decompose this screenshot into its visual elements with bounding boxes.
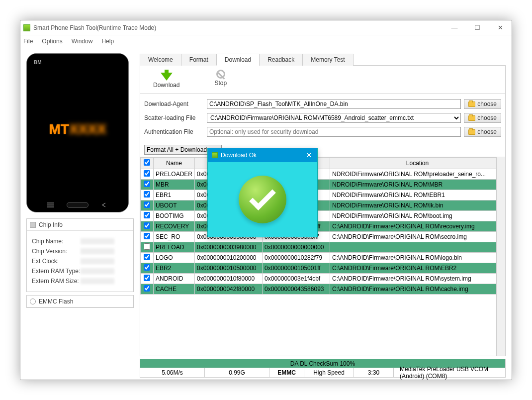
tab-welcome[interactable]: Welcome <box>140 54 181 66</box>
partition-table: Name Be Location PRELOADER0x000NDROID\Fi… <box>140 157 506 356</box>
ext-clock-label: Ext Clock: <box>32 258 81 265</box>
cell-end: 0x00000000105001ff <box>263 263 330 274</box>
stop-button[interactable]: Stop <box>214 70 227 89</box>
extern-ram-size-label: Extern RAM Size: <box>32 278 81 285</box>
home-icon <box>67 202 89 208</box>
auth-choose-button[interactable]: choose <box>464 127 501 137</box>
cell-name: UBOOT <box>154 200 195 211</box>
row-checkbox[interactable] <box>144 212 150 218</box>
cell-begin: 0x0000000010500000 <box>195 263 263 274</box>
auth-label: Authentication File <box>144 128 204 135</box>
table-row[interactable]: ANDROID0x0000000010f800000x000000003e1f4… <box>141 274 505 284</box>
col-name[interactable]: Name <box>154 158 195 169</box>
tabs: Welcome Format Download Readback Memory … <box>140 53 506 66</box>
cell-name: SEC_RO <box>154 232 195 242</box>
cell-name: EBR2 <box>154 263 195 274</box>
chip-name-label: Chip Name: <box>32 238 81 245</box>
status-device: MediaTek PreLoader USB VCOM (Android) (C… <box>394 368 505 377</box>
menu-window[interactable]: Window <box>72 38 93 45</box>
cell-location: NDROID\Firmware\ORIGINAL ROM\lk.bin <box>330 200 505 211</box>
row-checkbox[interactable] <box>144 170 150 177</box>
extern-ram-type-label: Extern RAM Type: <box>32 268 81 275</box>
scrollbar[interactable] <box>496 157 505 356</box>
app-window: Smart Phone Flash Tool(Runtime Trace Mod… <box>20 20 512 380</box>
ext-clock-value <box>81 258 114 264</box>
scatter-choose-button[interactable]: choose <box>464 113 501 123</box>
da-input[interactable] <box>207 99 461 109</box>
table-row[interactable]: EBR10x000NDROID\Firmware\ORIGINAL ROM\EB… <box>141 190 505 200</box>
da-choose-button[interactable]: choose <box>464 99 501 109</box>
cell-begin: 0x0000000042f80000 <box>195 284 263 295</box>
row-checkbox[interactable] <box>144 222 150 229</box>
cell-end: 0x0000000010282f79 <box>263 253 330 263</box>
chip-info-title: Chip Info <box>39 221 63 228</box>
row-checkbox[interactable] <box>144 191 150 198</box>
chip-icon <box>30 222 36 228</box>
chip-name-value <box>81 238 114 244</box>
check-all[interactable] <box>144 159 150 166</box>
auth-input[interactable] <box>207 127 461 137</box>
dialog-close-button[interactable]: ✕ <box>304 151 313 160</box>
menubar: File Options Window Help <box>20 35 512 47</box>
cell-location: C:\ANDROID\Firmware\ORIGINAL ROM\system.… <box>330 274 505 284</box>
extern-ram-size-value <box>81 278 114 284</box>
menu-help[interactable]: Help <box>101 38 114 45</box>
row-checkbox[interactable] <box>144 275 150 281</box>
menu-file[interactable]: File <box>23 38 33 45</box>
close-button[interactable]: ✕ <box>489 20 512 35</box>
tab-readback[interactable]: Readback <box>259 54 303 66</box>
table-row[interactable]: LOGO0x00000000102000000x0000000010282f79… <box>141 253 505 263</box>
row-checkbox[interactable] <box>144 264 150 271</box>
table-row[interactable]: RECOVERY0x0000000002d800000x000000000324… <box>141 221 505 232</box>
cell-location: C:\ANDROID\Firmware\ORIGINAL ROM\cache.i… <box>330 284 505 295</box>
status-elapsed: 3:30 <box>354 368 394 377</box>
dialog-title: Download Ok <box>221 152 257 159</box>
row-checkbox[interactable] <box>144 201 150 208</box>
table-row[interactable]: PRELOAD0x00000000039800000x0000000000000… <box>141 242 505 253</box>
cell-begin: 0x0000000010f80000 <box>195 274 263 284</box>
download-button[interactable]: Download <box>153 70 179 89</box>
table-row[interactable]: MBR0x000NDROID\Firmware\ORIGINAL ROM\MBR <box>141 180 505 190</box>
folder-icon <box>468 129 475 135</box>
cell-end: 0x000000003e1f4cbf <box>263 274 330 284</box>
titlebar: Smart Phone Flash Tool(Runtime Trace Mod… <box>20 20 512 35</box>
table-row[interactable]: SEC_RO0x00000000033800000x00000000033a0f… <box>141 232 505 242</box>
status-size: 0.99G <box>205 368 269 377</box>
row-checkbox[interactable] <box>144 181 150 187</box>
folder-icon <box>468 101 475 107</box>
minimize-button[interactable]: — <box>443 20 466 35</box>
row-checkbox[interactable] <box>144 285 150 292</box>
scatter-input[interactable]: C:\ANDROID\Firmware\ORIGINAL ROM\MT6589_… <box>207 113 461 123</box>
chip-version-label: Chip Version: <box>32 248 81 255</box>
cell-location: C:\ANDROID\Firmware\ORIGINAL ROM\EBR2 <box>330 263 505 274</box>
table-row[interactable]: CACHE0x0000000042f800000x000000004358609… <box>141 284 505 295</box>
cell-location: C:\ANDROID\Firmware\ORIGINAL ROM\recover… <box>330 221 505 232</box>
app-icon <box>23 24 30 31</box>
cell-name: PRELOADER <box>154 169 195 180</box>
emmc-flash-title: EMMC Flash <box>39 298 73 305</box>
table-row[interactable]: UBOOT0x000NDROID\Firmware\ORIGINAL ROM\l… <box>141 200 505 211</box>
tab-download[interactable]: Download <box>216 54 260 66</box>
cell-name: RECOVERY <box>154 221 195 232</box>
gear-icon <box>30 299 36 304</box>
chip-info-panel: Chip Info Chip Name: Chip Version: Ext C… <box>26 218 134 292</box>
success-icon <box>239 176 286 223</box>
row-checkbox[interactable] <box>144 254 150 260</box>
table-row[interactable]: PRELOADER0x000NDROID\Firmware\ORIGINAL R… <box>141 169 505 180</box>
stop-icon <box>216 70 225 79</box>
table-row[interactable]: EBR20x00000000105000000x00000000105001ff… <box>141 263 505 274</box>
download-icon <box>161 70 173 81</box>
tab-memory-test[interactable]: Memory Test <box>302 54 353 66</box>
back-icon <box>100 202 108 207</box>
menu-options[interactable]: Options <box>42 38 62 45</box>
table-row[interactable]: BOOTIMG0x000NDROID\Firmware\ORIGINAL ROM… <box>141 211 505 221</box>
col-location[interactable]: Location <box>330 158 505 169</box>
emmc-flash-panel: EMMC Flash <box>26 295 134 308</box>
cell-location: NDROID\Firmware\ORIGINAL ROM\preloader_s… <box>330 169 505 180</box>
tab-format[interactable]: Format <box>181 54 217 66</box>
chip-version-value <box>81 248 114 254</box>
row-checkbox[interactable] <box>144 243 150 250</box>
da-label: Download-Agent <box>144 100 204 107</box>
maximize-button[interactable]: ☐ <box>466 20 489 35</box>
row-checkbox[interactable] <box>144 233 150 239</box>
